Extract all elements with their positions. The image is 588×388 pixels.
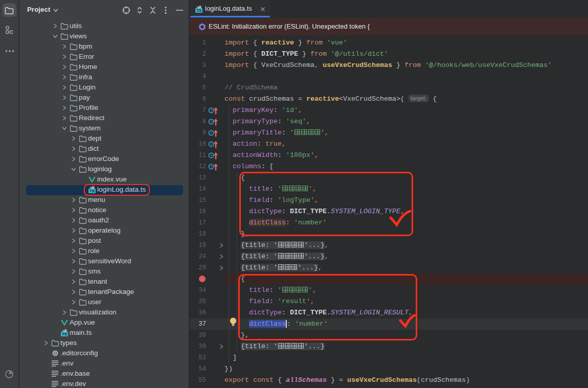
svg-text:TS: TS (62, 332, 67, 336)
svg-text:TS: TS (196, 8, 202, 13)
